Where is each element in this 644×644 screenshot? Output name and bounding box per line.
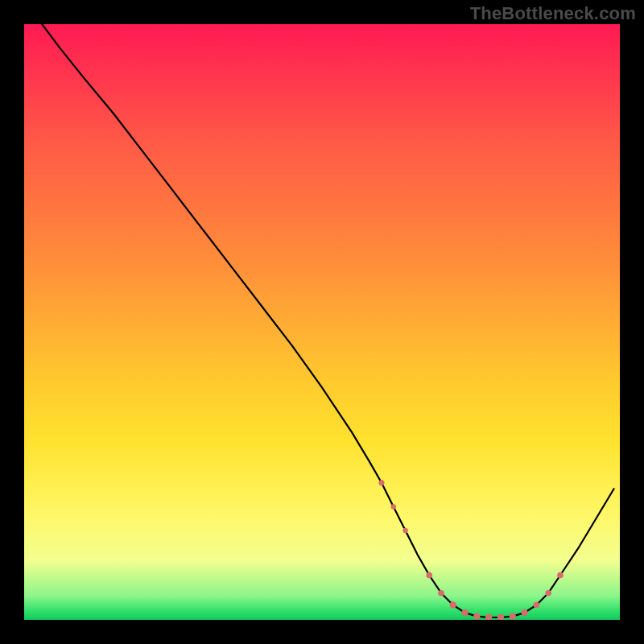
highlight-dot — [497, 614, 504, 620]
highlight-dot — [450, 601, 456, 608]
highlight-dot — [402, 528, 407, 533]
highlight-dot — [510, 613, 516, 619]
highlight-dot — [485, 614, 492, 620]
highlight-dot — [461, 609, 468, 616]
watermark-text: TheBottleneck.com — [470, 3, 636, 24]
highlight-dot — [426, 572, 432, 579]
highlight-dot — [534, 602, 540, 609]
curve-layer — [24, 24, 620, 620]
highlight-dot — [438, 590, 444, 597]
plot-area — [24, 24, 620, 620]
highlight-dot — [545, 590, 551, 597]
highlight-dot — [391, 504, 396, 509]
bottleneck-curve — [42, 24, 613, 617]
highlight-dots — [379, 480, 564, 620]
highlight-dot — [379, 480, 385, 485]
highlight-dot — [557, 572, 564, 579]
highlight-dot — [473, 613, 480, 619]
highlight-dot — [521, 609, 527, 616]
chart-frame: TheBottleneck.com — [0, 0, 644, 644]
